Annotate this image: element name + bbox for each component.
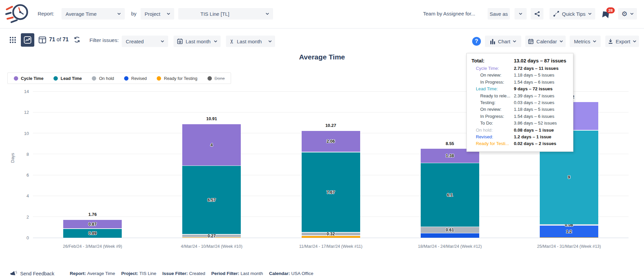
bar-segment-value: 0.32 [302, 232, 360, 236]
issue-filter-select[interactable]: Created [122, 36, 168, 47]
tooltip-row: Ready to rele...2.39 days – 7 issues [471, 93, 568, 99]
x-axis-category-label: 11/Mar/24 - 17/Mar/24 (Week #11) [271, 244, 390, 249]
y-tick-label: 4 [17, 193, 29, 198]
metrics-button[interactable]: Metrics [570, 36, 601, 47]
tooltip-row-label: On hold: [471, 127, 514, 134]
tooltip-row-label: On review: [471, 106, 514, 113]
bar-segment-revised[interactable] [421, 233, 479, 238]
quick-tips-label: Quick Tips [562, 11, 585, 17]
legend-dot [14, 76, 18, 81]
chevron-down-icon [593, 40, 596, 43]
issue-filter-value: Created [126, 39, 144, 44]
tooltip-row: Ready for Testi...0.02 days – 2 issues [471, 140, 568, 147]
tooltip-row-value: 9 days – 72 issues [514, 86, 568, 92]
bar-segment-value: 2.06 [302, 139, 360, 144]
chart-legend: Cycle TimeLead TimeOn holdRevisedReady f… [7, 73, 231, 84]
bar-chart-icon [490, 39, 495, 44]
group-by-select-value: Project [145, 11, 160, 17]
exclude-filter-value: Last month [237, 39, 262, 44]
legend-dot [207, 76, 212, 81]
exclude-filter-select[interactable]: ✂ Last month [226, 36, 275, 47]
export-button[interactable]: Export [605, 36, 639, 47]
legend-label: On hold [99, 76, 114, 81]
tooltip-row-label: In Progress: [471, 79, 514, 86]
settings-button[interactable]: ⚙ [618, 8, 637, 19]
legend-dot [92, 76, 96, 81]
legend-label: Done [215, 76, 225, 81]
tooltip-row: On review:1.18 days – 5 issues [471, 72, 568, 79]
tooltip-row-label: In Progress: [471, 113, 514, 120]
chevron-down-icon [161, 40, 164, 43]
board-view-button[interactable] [36, 33, 49, 47]
legend-item[interactable]: On hold [92, 76, 114, 81]
footer-summary-item: Issue Filter: Created [162, 271, 205, 276]
grid-view-button[interactable] [6, 33, 20, 47]
y-tick-label: 10 [17, 131, 29, 136]
app-logo-icon[interactable] [5, 2, 30, 25]
footer-summary-item: Report: Average Time [70, 271, 115, 276]
period-filter-select[interactable]: Last month [174, 36, 221, 47]
legend-item[interactable]: Ready for Testing [157, 76, 197, 81]
tooltip-row: Revised:1.2 days – 1 issue [471, 134, 568, 140]
scissors-icon: ✂ [229, 39, 235, 44]
footer-summary: Report: Average TimeProject: TIS LineIss… [70, 271, 313, 276]
tooltip-row: On review:1.18 days – 5 issues [471, 106, 568, 113]
chart-button-label: Chart [498, 39, 510, 44]
chevron-down-icon [519, 12, 522, 15]
report-select[interactable]: Average Time [62, 8, 125, 19]
bar-segment-value: 0.87 [63, 222, 122, 227]
legend-item[interactable]: Lead Time [53, 76, 82, 81]
legend-label: Revised [131, 76, 147, 81]
tooltip-row-value: 2.72 days – 11 issues [514, 65, 568, 72]
y-tick-label: 12 [17, 110, 29, 115]
send-feedback-button[interactable]: Send Feedback [10, 270, 54, 277]
legend-item[interactable]: Revised [124, 76, 147, 81]
calendar-button[interactable]: Calendar [525, 36, 566, 47]
x-axis-category-label: 26/Feb/24 - 3/Mar/24 (Week #9) [33, 244, 152, 249]
tooltip-row: Cycle Time:2.72 days – 11 issues [471, 65, 568, 72]
issue-count: 71 of 71 [49, 37, 69, 43]
board-icon [38, 36, 46, 44]
chevron-down-icon [513, 40, 516, 43]
chevron-down-icon [266, 12, 269, 15]
y-tick-label: 14 [17, 89, 29, 94]
bar-segment-value: 1.2 [540, 229, 598, 234]
tooltip-row-value: 2.39 days – 7 issues [514, 93, 568, 99]
refresh-icon [73, 36, 81, 43]
save-as-button[interactable]: Save as [488, 8, 510, 19]
refresh-button[interactable] [73, 36, 81, 43]
calendar-clock-icon [177, 38, 183, 44]
chart-type-button[interactable]: Chart [485, 36, 521, 47]
chart-view-button[interactable] [21, 33, 34, 47]
legend-item[interactable]: Cycle Time [14, 76, 43, 81]
report-select-value: Average Time [66, 11, 97, 17]
tooltip-row-value: 1.2 days – 1 issue [514, 134, 568, 140]
y-tick-label: 0 [17, 235, 29, 240]
bar-total-value: 10.27 [302, 123, 360, 128]
route-icon [553, 11, 559, 17]
chevron-down-icon [167, 12, 170, 15]
chevron-down-icon [560, 40, 563, 43]
bar-total-value: 1.76 [63, 212, 122, 217]
legend-dot [157, 76, 161, 81]
quick-tips-button[interactable]: Quick Tips [550, 8, 595, 19]
tooltip-row-label: To Do: [471, 120, 514, 127]
group-by-select[interactable]: Project [141, 8, 174, 19]
legend-item[interactable]: Done [207, 76, 225, 81]
notifications-button[interactable]: 28 [602, 7, 615, 21]
share-button[interactable] [531, 8, 543, 19]
question-mark-icon: ? [475, 38, 478, 44]
tooltip-row: Testing:0.03 days – 2 issues [471, 99, 568, 106]
save-as-dropdown-button[interactable] [515, 8, 527, 19]
bar-segment-value: 6.57 [182, 198, 241, 202]
tooltip-row-label: Ready to rele... [471, 93, 514, 99]
megaphone-icon [10, 270, 17, 277]
export-button-label: Export [616, 39, 630, 44]
tooltip-row-label: Ready for Testi... [471, 140, 514, 147]
footer-summary-item: Period Filter: Last month [211, 271, 263, 276]
tooltip-row-label: On review: [471, 72, 514, 79]
help-button[interactable]: ? [472, 37, 481, 46]
project-select[interactable]: TIS Line [TL] [178, 8, 273, 19]
report-label: Report: [38, 11, 54, 16]
tooltip-row: In Progress:1.54 days – 6 issues [471, 79, 568, 86]
